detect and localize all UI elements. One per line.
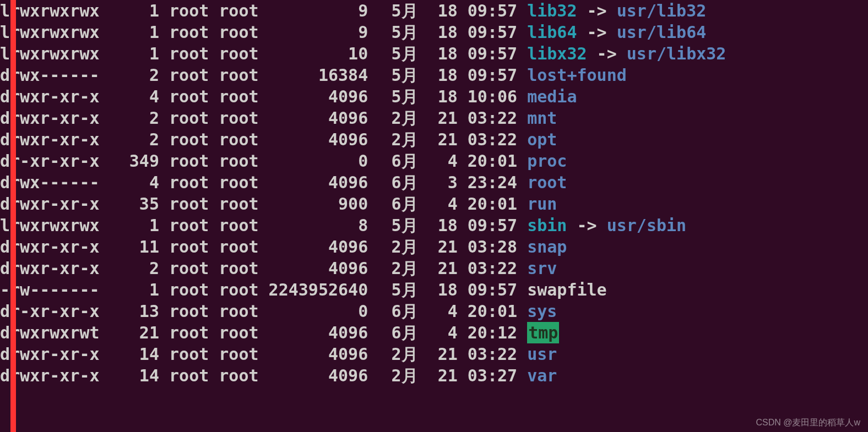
link-count: 13 xyxy=(120,300,159,322)
ls-row: drwxr-xr-x2rootroot40962月2103:22opt xyxy=(0,129,868,150)
group: root xyxy=(219,0,258,21)
link-count: 2 xyxy=(120,64,159,86)
owner: root xyxy=(169,21,209,43)
owner: root xyxy=(169,86,209,107)
month: 6月 xyxy=(368,172,417,193)
owner: root xyxy=(169,343,209,365)
file-size: 4096 xyxy=(259,172,368,193)
permissions: drwxr-xr-x xyxy=(0,343,120,365)
day: 21 xyxy=(418,129,458,150)
file-size: 9 xyxy=(259,0,368,21)
group: root xyxy=(219,86,258,107)
link-count: 349 xyxy=(120,150,159,172)
day: 21 xyxy=(418,107,458,129)
time: 03:28 xyxy=(458,236,517,258)
permissions: dr-xr-xr-x xyxy=(0,300,120,322)
file-name: sys xyxy=(527,300,557,322)
file-name: usr xyxy=(527,343,557,365)
group: root xyxy=(219,215,258,236)
month: 5月 xyxy=(368,0,417,21)
time: 09:57 xyxy=(458,215,517,236)
day: 21 xyxy=(418,365,458,386)
symlink-target: usr/sbin xyxy=(607,215,687,236)
symlink-arrow: -> xyxy=(577,215,596,236)
permissions: lrwxrwxrwx xyxy=(0,43,120,64)
file-size: 4096 xyxy=(259,258,368,279)
file-size: 4096 xyxy=(259,107,368,129)
month: 2月 xyxy=(368,236,417,258)
time: 03:22 xyxy=(458,343,517,365)
watermark-text: CSDN @麦田里的稻草人w xyxy=(756,417,860,429)
file-size: 4096 xyxy=(259,343,368,365)
month: 2月 xyxy=(368,343,417,365)
file-size: 10 xyxy=(259,43,368,64)
file-name: lib64 xyxy=(527,21,577,43)
day: 18 xyxy=(418,21,458,43)
file-size: 4096 xyxy=(259,129,368,150)
ls-row: dr-xr-xr-x13rootroot06月420:01sys xyxy=(0,300,868,322)
ls-row: lrwxrwxrwx1rootroot95月1809:57lib32->usr/… xyxy=(0,0,868,21)
month: 6月 xyxy=(368,300,417,322)
group: root xyxy=(219,279,258,300)
owner: root xyxy=(169,236,209,258)
time: 20:12 xyxy=(458,322,517,343)
owner: root xyxy=(169,193,209,215)
symlink-target: usr/lib32 xyxy=(617,0,707,21)
ls-row: drwx------4rootroot40966月323:24root xyxy=(0,172,868,193)
file-size: 0 xyxy=(259,300,368,322)
owner: root xyxy=(169,43,209,64)
owner: root xyxy=(169,64,209,86)
group: root xyxy=(219,236,258,258)
link-count: 21 xyxy=(120,322,159,343)
file-size: 9 xyxy=(259,21,368,43)
time: 03:22 xyxy=(458,258,517,279)
file-size: 4096 xyxy=(259,86,368,107)
day: 4 xyxy=(418,300,458,322)
file-name: media xyxy=(527,86,577,107)
owner: root xyxy=(169,300,209,322)
file-name: sbin xyxy=(527,215,567,236)
link-count: 1 xyxy=(120,21,159,43)
time: 09:57 xyxy=(458,279,517,300)
time: 20:01 xyxy=(458,150,517,172)
link-count: 1 xyxy=(120,215,159,236)
permissions: drwx------ xyxy=(0,172,120,193)
ls-row: drwx------2rootroot163845月1809:57lost+fo… xyxy=(0,64,868,86)
file-size: 0 xyxy=(259,150,368,172)
day: 18 xyxy=(418,43,458,64)
terminal-output: lrwxrwxrwx1rootroot95月1809:57lib32->usr/… xyxy=(0,0,868,386)
month: 2月 xyxy=(368,129,417,150)
link-count: 2 xyxy=(120,107,159,129)
ls-row: drwxr-xr-x4rootroot40965月1810:06media xyxy=(0,86,868,107)
file-name: tmp xyxy=(527,322,559,343)
ls-row: drwxr-xr-x35rootroot9006月420:01run xyxy=(0,193,868,215)
owner: root xyxy=(169,0,209,21)
day: 21 xyxy=(418,343,458,365)
day: 18 xyxy=(418,279,458,300)
file-name: mnt xyxy=(527,107,557,129)
month: 5月 xyxy=(368,279,417,300)
time: 20:01 xyxy=(458,300,517,322)
group: root xyxy=(219,129,258,150)
ls-row: drwxr-xr-x2rootroot40962月2103:22srv xyxy=(0,258,868,279)
file-size: 4096 xyxy=(259,322,368,343)
ls-row: lrwxrwxrwx1rootroot95月1809:57lib64->usr/… xyxy=(0,21,868,43)
month: 2月 xyxy=(368,258,417,279)
permissions: drwxr-xr-x xyxy=(0,236,120,258)
permissions: -rw------- xyxy=(0,279,120,300)
owner: root xyxy=(169,258,209,279)
link-count: 1 xyxy=(120,0,159,21)
ls-row: drwxr-xr-x14rootroot40962月2103:22usr xyxy=(0,343,868,365)
ls-row: dr-xr-xr-x349rootroot06月420:01proc xyxy=(0,150,868,172)
link-count: 4 xyxy=(120,172,159,193)
time: 20:01 xyxy=(458,193,517,215)
file-size: 900 xyxy=(259,193,368,215)
owner: root xyxy=(169,172,209,193)
permissions: drwxr-xr-x xyxy=(0,258,120,279)
owner: root xyxy=(169,129,209,150)
ls-row: drwxr-xr-x11rootroot40962月2103:28snap xyxy=(0,236,868,258)
time: 09:57 xyxy=(458,0,517,21)
owner: root xyxy=(169,322,209,343)
permissions: drwxr-xr-x xyxy=(0,365,120,386)
highlight-bar xyxy=(10,0,16,432)
